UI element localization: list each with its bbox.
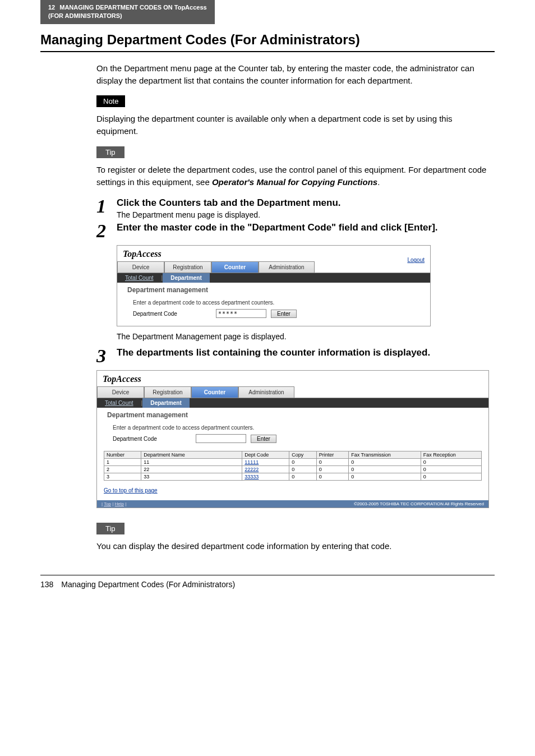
table-header-row: Number Department Name Dept Code Copy Pr… [104,451,482,459]
th-dept-code: Dept Code [242,451,289,459]
dept-code-link[interactable]: 22222 [245,467,259,472]
enter-button-2[interactable]: Enter [251,435,276,443]
footer-copyright: ©2003-2005 TOSHIBA TEC CORPORATION All R… [354,501,484,506]
heading-rule [40,51,495,52]
th-dept-name: Department Name [141,451,242,459]
th-fax-trans: Fax Transmission [349,451,421,459]
tab-counter[interactable]: Counter [211,261,259,273]
subtab-total-count-2[interactable]: Total Count [97,398,141,408]
step-1-title: Click the Counters tab and the Departmen… [117,197,495,209]
screenshot-1: TopAccess Logout Device Registration Cou… [117,245,431,326]
tab-administration[interactable]: Administration [259,261,315,273]
main-tabs-2: Device Registration Counter Administrati… [97,386,488,398]
section-title-2: Department management [97,408,488,420]
tip1-post: . [377,177,380,187]
chapter-title-line1: MANAGING DEPARTMENT CODES ON TopAccess [59,4,206,11]
dept-code-link[interactable]: 33333 [245,474,259,480]
step-3-number: 3 [96,347,117,366]
tip-label: Tip [96,146,124,158]
th-printer: Printer [316,451,348,459]
form-instruction: Enter a department code to access depart… [117,295,430,308]
subtab-department-2[interactable]: Department [142,398,190,408]
sub-tabs: Total Count | Department [117,273,430,283]
step-3-title: The departments list containing the coun… [117,347,495,359]
tab-device[interactable]: Device [117,261,164,273]
chapter-breadcrumb: 12MANAGING DEPARTMENT CODES ON TopAccess… [40,0,215,24]
page-number: 138 [40,580,53,589]
subtab-department[interactable]: Department [163,273,210,283]
th-fax-recep: Fax Reception [421,451,481,459]
page-footer: 138Managing Department Codes (For Admini… [40,575,495,589]
step-2-result: The Department Management page is displa… [117,332,495,341]
dept-code-form-2: Department Code Enter [97,433,488,451]
step-2-title: Enter the master code in the "Department… [117,222,495,234]
dept-code-link[interactable]: 11111 [245,459,259,465]
tip2-label: Tip [96,523,124,534]
tab-registration[interactable]: Registration [164,261,211,273]
footer-links: | Top | Help | [102,501,126,506]
note-text: Displaying the department counter is ava… [96,113,495,137]
intro-paragraph: On the Department menu page at the Count… [96,62,495,87]
step-2-number: 2 [96,222,117,241]
footer-help-link[interactable]: Help [115,501,124,506]
step-1-sub: The Department menu page is displayed. [117,210,495,219]
page-title: Managing Department Codes (For Administr… [40,32,535,48]
dept-code-input[interactable] [216,309,266,318]
screenshot-2: TopAccess Device Registration Counter Ad… [96,370,489,508]
step-2: 2 Enter the master code in the "Departme… [96,222,495,241]
enter-button[interactable]: Enter [271,310,297,318]
footer-top-link[interactable]: Top [104,501,111,506]
department-table: Number Department Name Dept Code Copy Pr… [104,451,482,481]
tab-device-2[interactable]: Device [97,386,144,398]
main-tabs: Device Registration Counter Administrati… [117,261,430,273]
tip1-text: To register or delete the department cod… [96,164,495,188]
chapter-title-line2: (FOR ADMINISTRATORS) [48,12,122,19]
step-1-number: 1 [96,197,117,216]
section-title: Department management [117,283,430,295]
th-number: Number [104,451,141,459]
tip2-text: You can display the desired department c… [96,540,495,552]
th-copy: Copy [289,451,316,459]
table-row: 1 11 11111 0 0 0 0 [104,459,482,466]
table-row: 3 33 33333 0 0 0 0 [104,473,482,481]
note-label: Note [96,95,125,107]
dept-code-label: Department Code [133,311,211,317]
tab-counter-2[interactable]: Counter [191,386,238,398]
logout-link[interactable]: Logout [407,257,425,263]
chapter-number: 12 [48,3,55,12]
step-1: 1 Click the Counters tab and the Departm… [96,197,495,219]
step-3: 3 The departments list containing the co… [96,347,495,366]
footer-title: Managing Department Codes (For Administr… [61,580,235,589]
tip1-bold: Operator's Manual for Copying Functions [212,177,377,187]
tab-administration-2[interactable]: Administration [238,386,294,398]
screenshot-footer: | Top | Help | ©2003-2005 TOSHIBA TEC CO… [97,500,488,508]
table-row: 2 22 22222 0 0 0 0 [104,466,482,473]
app-logo-2: TopAccess [97,371,147,386]
tab-registration-2[interactable]: Registration [144,386,191,398]
dept-code-label-2: Department Code [113,436,191,442]
subtab-total-count[interactable]: Total Count [117,273,162,283]
sub-tabs-2: Total Count | Department [97,398,488,408]
app-logo: TopAccess [117,246,167,261]
go-to-top-link[interactable]: Go to top of this page [97,485,164,500]
dept-code-form: Department Code Enter [117,308,430,326]
dept-code-input-2[interactable] [196,434,246,443]
form-instruction-2: Enter a department code to access depart… [97,420,488,433]
